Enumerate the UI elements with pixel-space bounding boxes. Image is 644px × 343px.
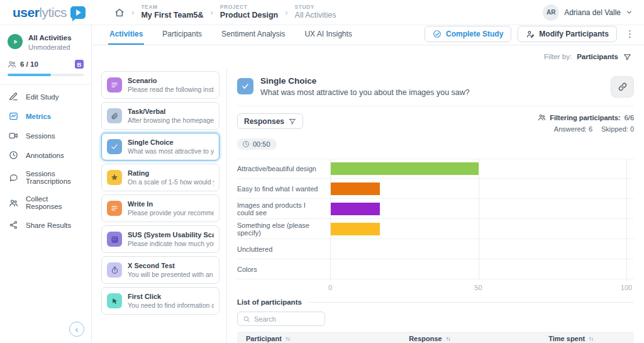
person-edit-icon bbox=[526, 30, 535, 38]
responses-label: Responses bbox=[244, 117, 284, 126]
chevron-down-icon bbox=[626, 9, 633, 16]
filter-funnel-icon[interactable] bbox=[623, 53, 631, 61]
activity-list: ScenarioPlease read the following instru… bbox=[101, 68, 225, 342]
single-choice-check-icon bbox=[237, 78, 253, 94]
sidebar-item-annotations[interactable]: Annotations bbox=[0, 145, 91, 165]
activity-card-rating[interactable]: RatingOn a scale of 1-5 how would you ra… bbox=[101, 164, 219, 191]
sidebar-item-label: Sessions bbox=[26, 132, 55, 140]
study-subtitle: Unmoderated bbox=[28, 43, 72, 51]
participants-count-row: 6 / 10 B bbox=[0, 51, 91, 69]
column-label: Response bbox=[409, 335, 442, 342]
responses-filter-button[interactable]: Responses bbox=[237, 113, 303, 129]
activity-card-first-click[interactable]: First ClickYou need to find information … bbox=[101, 287, 219, 315]
activity-card-title: SUS (System Usability Scale) bbox=[128, 231, 214, 239]
sort-arrows-icon: ↑↓ bbox=[446, 335, 450, 342]
sidebar-item-edit-study[interactable]: Edit Study bbox=[0, 87, 91, 106]
chart-row-easy-to-find-what-i-wanted: Easy to find what I wanted bbox=[237, 179, 634, 199]
chart-x-axis: 050100 bbox=[330, 279, 626, 293]
column-header-time-spent[interactable]: Time spent↑↓ bbox=[548, 335, 634, 342]
chart-bar[interactable] bbox=[330, 162, 479, 175]
breadcrumb-items: ›TEAMMy First Team5&›PROJECTProduct Desi… bbox=[131, 4, 336, 20]
panel-title: Single Choice bbox=[260, 76, 470, 86]
column-header-response[interactable]: Response↑↓ bbox=[409, 335, 548, 342]
chart-bar[interactable] bbox=[330, 183, 380, 195]
rating-star-icon bbox=[107, 170, 122, 185]
logo-text-light: lytics bbox=[39, 5, 67, 20]
sidebar-item-sessions[interactable]: Sessions bbox=[0, 126, 91, 145]
sidebar-item-sessions-transcriptions[interactable]: Sessions Transcriptions bbox=[0, 165, 91, 190]
activity-card-task-verbal[interactable]: Task/VerbalAfter browsing the homepage f… bbox=[101, 102, 219, 130]
time-limit-chip: 00:50 bbox=[237, 138, 277, 150]
column-label: Time spent bbox=[548, 335, 585, 342]
tab-sentiment-analysis[interactable]: Sentiment Analysis bbox=[220, 25, 286, 45]
chart-row-attractive-beautiful-design: Attractive/beautiful design bbox=[237, 159, 634, 179]
chart-row-something-else-please-specify: Something else (please specify) bbox=[237, 219, 634, 239]
chevron-right-icon: › bbox=[285, 8, 287, 17]
tab-ux-ai-insights[interactable]: UX AI Insights bbox=[303, 25, 353, 45]
copy-link-button[interactable] bbox=[611, 76, 634, 98]
activity-card-write-in[interactable]: Write InPlease provide your recommendati… bbox=[101, 194, 219, 222]
sidebar-item-collect-responses[interactable]: Collect Responses bbox=[0, 190, 91, 215]
sidebar-item-metrics[interactable]: Metrics bbox=[0, 106, 91, 126]
breadcrumb-value: My First Team5& bbox=[141, 11, 203, 21]
breadcrumb-item-team[interactable]: TEAMMy First Team5& bbox=[141, 4, 203, 20]
tab-bar: ActivitiesParticipantsSentiment Analysis… bbox=[92, 25, 644, 45]
logo-play-icon bbox=[70, 6, 86, 19]
plan-badge: B bbox=[75, 60, 84, 69]
filter-value: Participants bbox=[577, 53, 618, 60]
activity-card-sus-system-usability-scale[interactable]: SUS (System Usability Scale)Please indic… bbox=[101, 225, 219, 253]
activity-detail-panel: Single Choice What was most attractive t… bbox=[227, 68, 644, 342]
user-menu[interactable]: AR Adriana del Valle bbox=[543, 4, 633, 21]
complete-study-button[interactable]: Complete Study bbox=[425, 26, 511, 42]
breadcrumb-type-label: STUDY bbox=[295, 4, 336, 11]
breadcrumb-item-study[interactable]: STUDYAll Activities bbox=[295, 4, 336, 20]
metrics-icon bbox=[9, 111, 19, 121]
chart-x-tick: 0 bbox=[328, 284, 332, 291]
collapse-sidebar-button[interactable]: ‹ bbox=[69, 322, 84, 337]
chart-bar-area bbox=[330, 199, 626, 218]
participant-search-input[interactable] bbox=[254, 315, 319, 323]
clock-icon bbox=[242, 140, 250, 148]
search-icon bbox=[243, 315, 250, 323]
activity-card-desc: You will be presented with an imag... bbox=[128, 271, 214, 278]
chevron-right-icon: › bbox=[210, 8, 213, 17]
link-icon bbox=[618, 82, 628, 92]
responses-bar-chart: Attractive/beautiful designEasy to find … bbox=[237, 159, 634, 293]
activity-card-single-choice[interactable]: Single ChoiceWhat was most attractive to… bbox=[101, 133, 219, 160]
filtering-participants-label: Filtering participants: bbox=[550, 114, 620, 121]
sus-system-usability-scale-grid-icon bbox=[107, 232, 122, 247]
activity-card-x-second-test[interactable]: X Second TestYou will be presented with … bbox=[101, 256, 219, 284]
column-header-participant[interactable]: Participant↑↓ bbox=[246, 335, 409, 342]
filter-row: Filter by: Participants bbox=[92, 45, 644, 68]
scenario-text-lines-icon bbox=[107, 77, 122, 93]
logo-text-bold: user bbox=[13, 5, 39, 20]
activity-card-title: Scenario bbox=[128, 77, 214, 84]
activity-card-desc: Please indicate how much you agre... bbox=[128, 240, 214, 247]
avatar: AR bbox=[543, 4, 559, 21]
participants-count: 6 / 10 bbox=[20, 60, 38, 68]
more-options-icon[interactable]: ⋮ bbox=[623, 28, 636, 40]
complete-study-label: Complete Study bbox=[446, 30, 503, 38]
chart-x-tick: 50 bbox=[474, 284, 482, 291]
tab-participants[interactable]: Participants bbox=[161, 25, 203, 45]
sidebar-item-label: Share Results bbox=[26, 222, 71, 229]
column-label: Participant bbox=[246, 335, 282, 342]
chart-bar[interactable] bbox=[330, 203, 380, 215]
sidebar-item-share-results[interactable]: Share Results bbox=[0, 215, 91, 235]
filtering-participants-value: 6/6 bbox=[625, 114, 634, 121]
chart-category-label: Images and products I could see bbox=[237, 201, 330, 216]
modify-participants-button[interactable]: Modify Participants bbox=[518, 26, 617, 42]
home-icon[interactable] bbox=[114, 8, 125, 18]
activity-card-title: Rating bbox=[128, 169, 214, 177]
chart-category-label: Uncluttered bbox=[237, 245, 330, 253]
tab-activities[interactable]: Activities bbox=[108, 25, 144, 45]
chart-row-images-and-products-i-could-see: Images and products I could see bbox=[237, 199, 634, 219]
chart-bar[interactable] bbox=[330, 223, 380, 235]
activity-card-scenario[interactable]: ScenarioPlease read the following instru… bbox=[101, 71, 219, 99]
participants-table-header: Participant↑↓Response↑↓Time spent↑↓ bbox=[237, 332, 634, 343]
share-icon bbox=[9, 220, 19, 230]
first-click-cursor-icon bbox=[107, 293, 122, 308]
study-summary: All Activities Unmoderated bbox=[0, 34, 91, 51]
userlytics-logo[interactable]: userlytics bbox=[13, 5, 86, 20]
breadcrumb-item-project[interactable]: PROJECTProduct Design bbox=[220, 4, 278, 20]
